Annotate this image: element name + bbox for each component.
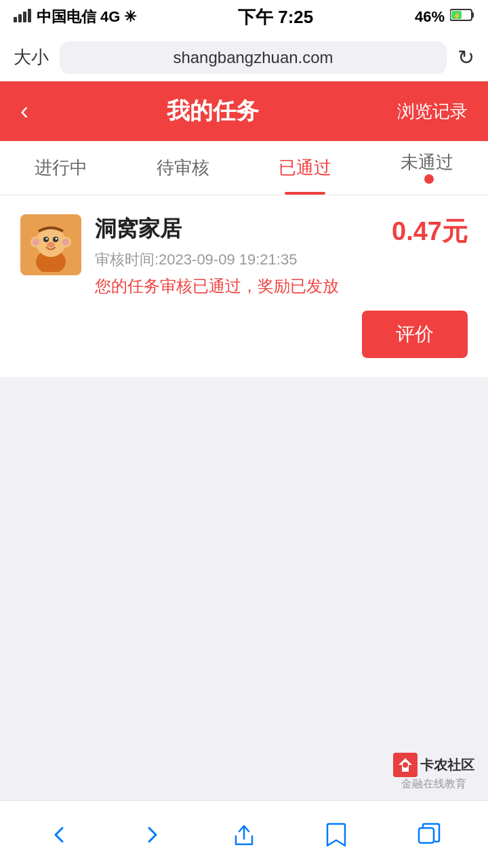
bookmarks-icon [321,820,351,850]
nav-back-icon [45,820,75,850]
share-icon [229,820,259,850]
svg-point-19 [47,242,55,248]
tabs-icon [413,820,443,850]
tab-bar: 进行中 待审核 已通过 未通过 [0,141,488,195]
svg-rect-3 [28,9,31,22]
svg-rect-21 [419,828,434,843]
svg-rect-5 [472,12,474,18]
tab-pending[interactable]: 待审核 [122,141,244,195]
time-display: 下午 7:25 [238,5,313,29]
history-link[interactable]: 浏览记录 [397,100,468,123]
svg-rect-2 [23,12,26,22]
task-card: 洞窝家居 审核时间:2023-09-09 19:21:35 您的任务审核已通过，… [0,195,488,377]
avatar [20,214,81,275]
nav-tabs-button[interactable] [393,813,464,856]
carrier-label: 中国电信 [37,7,96,27]
refresh-icon[interactable]: ↻ [458,45,474,69]
tab-passed-label: 已通过 [279,156,331,180]
nav-back-button[interactable] [24,813,95,856]
url-field[interactable]: shangbangzhuan.com [60,41,447,74]
svg-rect-1 [18,14,22,22]
watermark-subtitle: 金融在线教育 [401,777,466,791]
watermark-logo: 卡农社区 金融在线教育 [393,753,474,793]
svg-rect-0 [14,17,17,22]
back-button[interactable]: ‹ [20,97,28,125]
svg-point-14 [62,239,69,245]
watermark-top: 卡农社区 [393,753,474,777]
page-title: 我的任务 [167,96,259,127]
bottom-nav [0,800,488,868]
battery-icon: ⚡ [450,8,474,26]
status-left: 中国电信 4G ✳ [14,7,136,27]
nav-share-button[interactable] [209,813,279,856]
tab-in-progress[interactable]: 进行中 [0,141,122,195]
size-label: 大小 [14,45,49,69]
status-right: 46% ⚡ [415,8,474,26]
tab-rejected-label: 未通过 [401,151,453,174]
tab-pending-label: 待审核 [157,156,209,180]
signal-icon [14,7,33,26]
review-button[interactable]: 评价 [362,311,468,358]
watermark: 卡农社区 金融在线教育 [393,753,474,793]
content-area: 洞窝家居 审核时间:2023-09-09 19:21:35 您的任务审核已通过，… [0,195,488,738]
wifi-icon: ✳ [124,8,136,26]
url-text: shangbangzhuan.com [173,48,333,67]
tab-in-progress-label: 进行中 [35,156,87,180]
nav-bookmarks-button[interactable] [301,813,371,856]
tab-passed[interactable]: 已通过 [244,141,366,195]
watermark-title: 卡农社区 [420,756,474,774]
nav-forward-button[interactable] [117,813,187,856]
svg-point-20 [403,762,408,768]
task-card-left: 洞窝家居 审核时间:2023-09-09 19:21:35 您的任务审核已通过，… [20,214,392,297]
svg-point-17 [46,238,48,240]
watermark-icon [393,753,418,777]
task-amount: 0.47元 [392,214,468,249]
battery-label: 46% [415,8,445,26]
tab-rejected[interactable]: 未通过 [366,141,488,195]
svg-point-18 [56,238,58,240]
task-name: 洞窝家居 [95,214,392,244]
status-bar: 中国电信 4G ✳ 下午 7:25 46% ⚡ [0,0,488,34]
app-header: ‹ 我的任务 浏览记录 [0,81,488,141]
task-review-time: 审核时间:2023-09-09 19:21:35 [95,250,392,270]
notification-dot [424,174,434,184]
task-card-top: 洞窝家居 审核时间:2023-09-09 19:21:35 您的任务审核已通过，… [20,214,468,297]
nav-forward-icon [137,820,167,850]
task-status-text: 您的任务审核已通过，奖励已发放 [95,275,392,297]
network-label: 4G [100,8,120,26]
svg-point-13 [33,239,39,245]
address-bar: 大小 shangbangzhuan.com ↻ [0,34,488,81]
task-info: 洞窝家居 审核时间:2023-09-09 19:21:35 您的任务审核已通过，… [95,214,392,297]
task-card-bottom: 评价 [20,311,468,358]
svg-text:⚡: ⚡ [453,12,462,20]
